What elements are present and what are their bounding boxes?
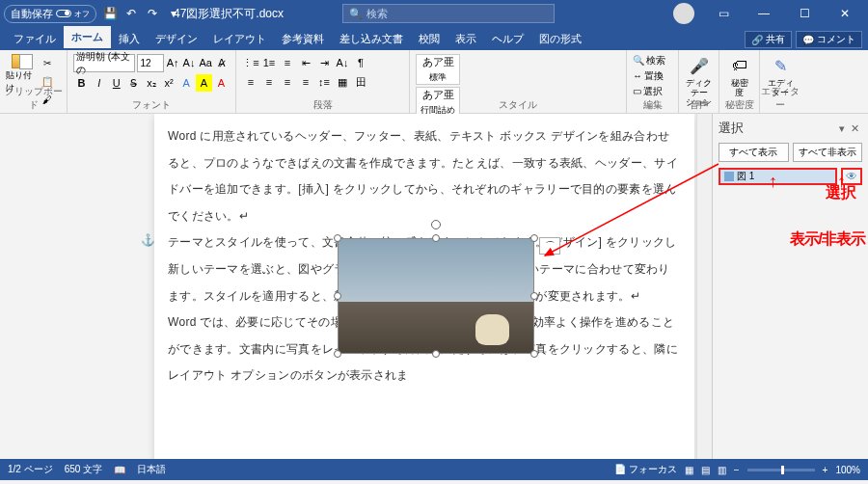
tab-insert[interactable]: 挿入 [111,28,148,50]
replace-button[interactable]: ↔置換 [633,68,672,83]
picture-icon [724,172,734,181]
ribbon-display-icon[interactable]: ▭ [704,0,743,27]
read-mode-icon[interactable]: ▦ [685,465,693,475]
font-name-combo[interactable]: 游明朝 (本文の [73,54,135,72]
tab-view[interactable]: 表示 [448,28,484,50]
zoom-in-icon[interactable]: + [823,465,828,475]
word-count[interactable]: 650 文字 [65,463,102,476]
borders-icon[interactable]: 田 [352,73,369,91]
cut-icon[interactable]: ✂ [39,54,56,71]
tab-design[interactable]: デザイン [148,28,205,50]
vertical-scrollbar[interactable] [696,114,712,459]
sensitivity-icon[interactable]: 🏷 [728,54,751,77]
pane-close-icon[interactable]: ✕ [848,122,862,135]
shading-icon[interactable]: ▦ [334,73,351,91]
sort-icon[interactable]: A↓ [334,54,351,71]
paragraph-group-label: 段落 [236,98,409,112]
sensitivity-group-label: 秘密度 [719,98,759,112]
select-button[interactable]: ▭選択 [633,84,672,98]
align-center-icon[interactable]: ≡ [260,73,278,91]
clear-format-icon[interactable]: A̷ [215,54,230,71]
anchor-icon: ⚓ [141,233,155,247]
tab-home[interactable]: ホーム [64,26,111,50]
undo-icon[interactable]: ↶ [123,6,139,21]
tab-review[interactable]: 校閲 [411,28,448,50]
tab-file[interactable]: ファイル [6,28,64,50]
tab-picture-format[interactable]: 図の形式 [531,28,589,50]
user-avatar[interactable] [673,3,694,24]
bullets-icon[interactable]: ⋮≡ [242,54,259,71]
hide-all-button[interactable]: すべて非表示 [793,143,863,162]
focus-mode[interactable]: 📄 フォーカス [614,463,677,476]
autosave-toggle[interactable]: 自動保存 オフ [4,5,96,23]
search-icon: 🔍 [349,8,363,20]
font-size-combo[interactable]: 12 [137,54,163,72]
resize-handle[interactable] [530,350,538,358]
show-marks-icon[interactable]: ¶ [352,54,369,71]
superscript-icon[interactable]: x² [161,74,177,92]
zoom-level[interactable]: 100% [835,465,860,475]
annotation-label-select: 選択 [826,183,856,203]
indent-dec-icon[interactable]: ⇤ [297,54,314,71]
tab-help[interactable]: ヘルプ [484,28,531,50]
multilevel-icon[interactable]: ≡ [279,54,296,71]
rotate-handle[interactable] [431,220,441,229]
zoom-slider[interactable] [747,469,815,471]
autosave-state: オフ [74,9,90,19]
highlight-icon[interactable]: A [196,74,212,92]
zoom-out-icon[interactable]: − [734,465,740,475]
redo-icon[interactable]: ↷ [145,6,160,21]
layout-options-icon[interactable]: ⌒ [539,237,560,255]
style-normal[interactable]: あア亜標準 [416,54,460,85]
change-case-icon[interactable]: Aa [199,54,213,71]
editor-icon[interactable]: ✎ [769,54,792,77]
page-indicator[interactable]: 1/2 ページ [8,463,53,476]
selection-item[interactable]: 図 1 [719,168,837,185]
search-box[interactable]: 🔍 検索 [342,4,555,23]
comments-button[interactable]: 💬コメント [796,31,862,48]
resize-handle[interactable] [334,350,341,358]
bold-icon[interactable]: B [73,74,90,92]
justify-icon[interactable]: ≡ [297,73,314,91]
inline-image[interactable]: ⌒ [338,238,534,354]
show-all-button[interactable]: すべて表示 [719,143,789,162]
tab-mailings[interactable]: 差し込み文書 [332,28,411,50]
share-button[interactable]: 🔗共有 [745,31,792,48]
italic-icon[interactable]: I [91,74,107,92]
font-group-label: フォント [68,98,235,112]
dictate-icon[interactable]: 🎤 [688,54,711,77]
save-icon[interactable]: 💾 [102,6,118,21]
annotation-arrow: ↑ [769,172,777,192]
tab-references[interactable]: 参考資料 [274,28,332,50]
resize-handle[interactable] [334,292,341,300]
resize-handle[interactable] [530,234,538,242]
subscript-icon[interactable]: x₂ [143,74,159,92]
resize-handle[interactable] [432,350,440,358]
resize-handle[interactable] [334,234,341,242]
maximize-icon[interactable]: ☐ [785,0,824,27]
print-layout-icon[interactable]: ▤ [701,465,710,475]
resize-handle[interactable] [432,234,440,242]
align-right-icon[interactable]: ≡ [279,73,296,91]
text-effects-icon[interactable]: A [178,74,195,92]
language-indicator[interactable]: 日本語 [137,463,166,476]
grow-font-icon[interactable]: A↑ [166,54,180,71]
web-layout-icon[interactable]: ▥ [718,465,726,475]
spell-check-icon[interactable]: 📖 [114,465,125,475]
tab-layout[interactable]: レイアウト [205,28,274,50]
search-placeholder: 検索 [366,7,388,21]
shrink-font-icon[interactable]: A↓ [182,54,197,71]
close-icon[interactable]: ✕ [826,0,864,27]
line-spacing-icon[interactable]: ↕≡ [315,73,333,91]
resize-handle[interactable] [530,292,538,300]
find-button[interactable]: 🔍検索 [633,53,672,67]
minimize-icon[interactable]: — [745,0,783,27]
underline-icon[interactable]: U [108,74,124,92]
align-left-icon[interactable]: ≡ [242,73,259,91]
document-area[interactable]: Word に用意されているヘッダー、フッター、表紙、テキスト ボックス デザイン… [0,114,696,459]
font-color-icon[interactable]: A [213,74,230,92]
pane-dropdown-icon[interactable]: ▾ [836,122,848,135]
numbering-icon[interactable]: 1≡ [260,54,278,71]
indent-inc-icon[interactable]: ⇥ [315,54,333,71]
strike-icon[interactable]: S̶ [125,74,142,92]
